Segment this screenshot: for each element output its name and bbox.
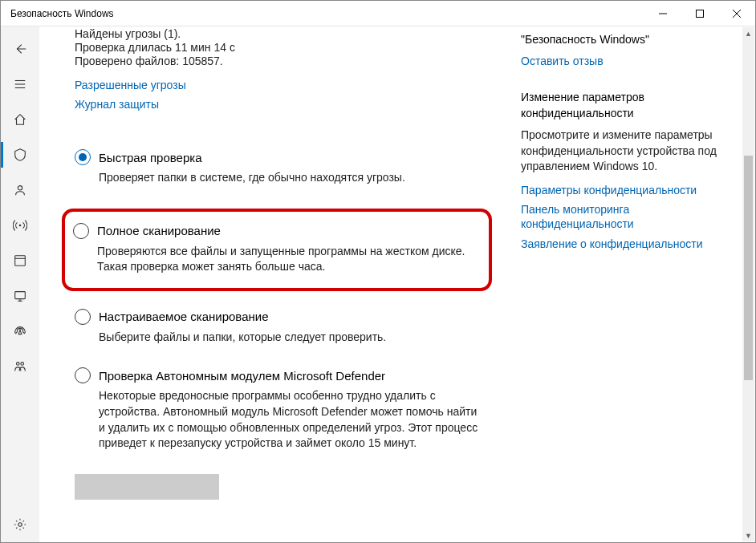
scan-now-button[interactable]	[75, 474, 219, 500]
sidebar-settings[interactable]	[1, 507, 39, 542]
svg-point-14	[17, 363, 20, 366]
side-privacy-heading-2: конфиденциальности	[521, 107, 736, 120]
svg-rect-1	[697, 10, 704, 17]
vertical-scrollbar[interactable]: ▲ ▼	[742, 27, 754, 541]
option-custom-scan: Настраиваемое сканирование Выберите файл…	[75, 309, 479, 346]
minimize-button[interactable]	[644, 1, 681, 26]
side-privacy-text: Просмотрите и измените параметры конфиде…	[521, 128, 736, 175]
link-allowed-threats[interactable]: Разрешенные угрозы	[75, 79, 479, 91]
svg-point-16	[18, 523, 22, 527]
sidebar-virus-protection[interactable]	[1, 137, 39, 172]
window-title: Безопасность Windows	[10, 8, 114, 19]
sidebar-device-security[interactable]	[1, 278, 39, 314]
scroll-up-arrow[interactable]: ▲	[742, 27, 754, 39]
radio-full-scan-desc: Проверяются все файлы и запущенные прогр…	[97, 244, 478, 275]
sidebar-account-protection[interactable]	[1, 172, 39, 208]
back-button[interactable]	[1, 31, 39, 67]
side-brand: "Безопасность Windows"	[521, 33, 736, 46]
sidebar-device-performance[interactable]	[1, 314, 39, 349]
sidebar-home[interactable]	[1, 102, 39, 137]
radio-offline-scan-desc: Некоторые вредоносные программы особенно…	[99, 388, 479, 451]
sidebar	[1, 26, 39, 542]
link-protection-history[interactable]: Журнал защиты	[75, 98, 479, 111]
radio-full-scan[interactable]	[73, 223, 89, 239]
radio-custom-scan-desc: Выберите файлы и папки, которые следует …	[99, 330, 479, 346]
window-controls	[644, 1, 755, 26]
svg-point-7	[18, 186, 22, 190]
radio-offline-scan[interactable]	[75, 367, 91, 383]
radio-offline-scan-title: Проверка Автономным модулем Microsoft De…	[99, 369, 385, 383]
main-content: Найдены угрозы (1). Проверка длилась 11 …	[39, 26, 514, 542]
link-privacy-statement[interactable]: Заявление о конфиденциальности	[521, 237, 736, 251]
status-files: Проверено файлов: 105857.	[75, 55, 479, 67]
maximize-button[interactable]	[681, 1, 718, 26]
link-privacy-dashboard[interactable]: Панель мониторинга конфиденциальности	[521, 202, 736, 231]
svg-rect-9	[15, 256, 26, 266]
sidebar-app-control[interactable]	[1, 243, 39, 278]
radio-quick-scan-desc: Проверяет папки в системе, где обычно на…	[99, 170, 479, 186]
highlighted-option: Полное сканирование Проверяются все файл…	[62, 209, 492, 291]
option-offline-scan: Проверка Автономным модулем Microsoft De…	[75, 367, 479, 451]
status-duration: Проверка длилась 11 мин 14 с	[75, 41, 479, 54]
scroll-thumb[interactable]	[744, 156, 753, 380]
sidebar-firewall[interactable]	[1, 208, 39, 243]
scroll-down-arrow[interactable]: ▼	[742, 529, 754, 541]
svg-rect-11	[15, 292, 26, 299]
radio-quick-scan[interactable]	[75, 149, 91, 165]
side-privacy-heading-1: Изменение параметров	[521, 91, 736, 103]
option-quick-scan: Быстрая проверка Проверяет папки в систе…	[75, 149, 479, 186]
svg-point-15	[21, 363, 24, 366]
radio-quick-scan-title: Быстрая проверка	[99, 151, 202, 164]
option-full-scan: Полное сканирование Проверяются все файл…	[73, 223, 478, 275]
scan-options: Быстрая проверка Проверяет папки в систе…	[75, 149, 479, 500]
sidebar-family-options[interactable]	[1, 349, 39, 384]
menu-button[interactable]	[1, 67, 39, 102]
status-threats: Найдены угрозы (1).	[75, 27, 479, 40]
link-feedback[interactable]: Оставить отзыв	[521, 54, 736, 68]
radio-custom-scan[interactable]	[75, 309, 91, 325]
side-panel: "Безопасность Windows" Оставить отзыв Из…	[514, 26, 755, 542]
svg-point-8	[19, 225, 22, 227]
radio-custom-scan-title: Настраиваемое сканирование	[99, 310, 269, 323]
titlebar: Безопасность Windows	[1, 1, 755, 26]
link-privacy-settings[interactable]: Параметры конфиденциальности	[521, 183, 736, 197]
close-button[interactable]	[718, 1, 755, 26]
radio-full-scan-title: Полное сканирование	[97, 224, 221, 237]
